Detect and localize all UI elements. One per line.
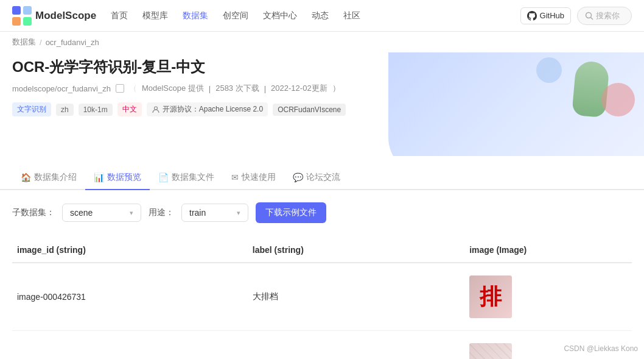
cell-image-id-2: image-000253608: [12, 331, 248, 360]
page-title: OCR-光学字符识别-复旦-中文: [12, 57, 632, 77]
tab-forum-label: 论坛交流: [306, 172, 340, 183]
quickuse-icon: ✉: [231, 172, 239, 182]
watermark: CSDN @Liekkas Kono: [564, 344, 638, 353]
table-row: image-000253608 we: [12, 331, 632, 360]
logo-icon: [12, 6, 32, 26]
tag-size[interactable]: 10k-1m: [79, 104, 113, 116]
tab-preview-label: 数据预览: [107, 172, 141, 183]
nav-links: 首页 模型库 数据集 创空间 文档中心 动态 社区: [111, 10, 520, 21]
svg-rect-1: [23, 6, 32, 15]
col-header-image-id: image_id (string): [12, 238, 248, 263]
github-icon: [527, 11, 537, 21]
hero-meta: modelscope/ocr_fudanvi_zh （ ModelScope 提…: [12, 83, 632, 94]
tab-forum[interactable]: 💬 论坛交流: [284, 166, 349, 190]
hero-tags: 文字识别 zh 10k-1m 中文 开源协议：Apache License 2.…: [12, 102, 632, 116]
tag-scene[interactable]: OCRFudanVIscene: [273, 104, 346, 116]
usage-chevron: ▾: [237, 209, 240, 217]
intro-icon: 🏠: [21, 172, 31, 182]
logo[interactable]: ModelScope: [12, 6, 96, 26]
person-icon: [152, 105, 160, 114]
tab-preview[interactable]: 📊 数据预览: [85, 166, 150, 190]
subset-label: 子数据集：: [12, 207, 55, 218]
nav-link-datasets[interactable]: 数据集: [183, 10, 208, 21]
tag-license: 开源协议：Apache License 2.0: [147, 102, 268, 116]
subset-select[interactable]: scene ▾: [62, 204, 141, 222]
cell-label-1: 大排档: [248, 263, 464, 331]
meta-downloads: 2583 次下载: [215, 83, 259, 94]
preview-icon: 📊: [94, 172, 104, 182]
files-icon: 📄: [158, 172, 169, 182]
thumb-char-1: 排: [480, 282, 502, 312]
tab-files[interactable]: 📄 数据集文件: [150, 166, 223, 190]
hero-content: OCR-光学字符识别-复旦-中文 modelscope/ocr_fudanvi_…: [12, 57, 632, 116]
usage-label: 用途：: [149, 207, 174, 218]
nav-link-models[interactable]: 模型库: [142, 10, 168, 21]
usage-select[interactable]: train ▾: [181, 204, 248, 222]
main-content: 子数据集： scene ▾ 用途： train ▾ 下载示例文件 image_i…: [0, 190, 644, 359]
svg-point-6: [154, 107, 157, 110]
nav-link-news[interactable]: 动态: [312, 10, 329, 21]
navigation: ModelScope 首页 模型库 数据集 创空间 文档中心 动态 社区 Git…: [0, 0, 644, 32]
breadcrumb-datasets[interactable]: 数据集: [12, 37, 36, 48]
meta-divider4: ）: [332, 83, 340, 94]
usage-value: train: [189, 208, 232, 218]
download-button[interactable]: 下载示例文件: [256, 202, 326, 223]
tag-zh[interactable]: zh: [56, 104, 74, 116]
breadcrumb-current: ocr_fudanvi_zh: [46, 38, 99, 47]
tab-files-label: 数据集文件: [172, 172, 214, 183]
tag-text-recognition[interactable]: 文字识别: [12, 102, 51, 116]
filter-row: 子数据集： scene ▾ 用途： train ▾ 下载示例文件: [12, 202, 632, 223]
table-header-row: image_id (string) label (string) image (…: [12, 238, 632, 263]
meta-divider1: （: [129, 83, 137, 94]
nav-link-studio[interactable]: 创空间: [223, 10, 248, 21]
meta-divider3: |: [264, 84, 266, 93]
search-icon: [585, 12, 593, 20]
col-header-label: label (string): [248, 238, 464, 263]
tab-quickuse-label: 快速使用: [242, 172, 276, 183]
cell-image-id-1: image-000426731: [12, 263, 248, 331]
tab-intro-label: 数据集介绍: [34, 172, 77, 183]
thumbnail-1: 排: [469, 275, 512, 318]
subset-value: scene: [70, 208, 125, 218]
github-button[interactable]: GitHub: [520, 7, 571, 24]
nav-link-docs[interactable]: 文档中心: [263, 10, 297, 21]
table-row: image-000426731 大排档 排: [12, 263, 632, 331]
data-table: image_id (string) label (string) image (…: [12, 238, 632, 359]
subset-chevron: ▾: [130, 209, 133, 217]
meta-divider2: |: [209, 84, 211, 93]
cell-label-2: we: [248, 331, 464, 360]
meta-source: ModelScope 提供: [142, 83, 204, 94]
svg-rect-3: [23, 17, 32, 26]
copy-icon[interactable]: [116, 84, 124, 93]
forum-icon: 💬: [293, 172, 303, 182]
meta-path: modelscope/ocr_fudanvi_zh: [12, 84, 111, 93]
col-header-image: image (Image): [464, 238, 632, 263]
svg-point-4: [586, 12, 592, 18]
tab-intro[interactable]: 🏠 数据集介绍: [12, 166, 85, 190]
github-label: GitHub: [540, 11, 564, 20]
breadcrumb-sep: /: [40, 38, 42, 47]
breadcrumb: 数据集 / ocr_fudanvi_zh: [0, 32, 644, 52]
meta-updated: 2022-12-02更新: [271, 83, 327, 94]
tab-quickuse[interactable]: ✉ 快速使用: [223, 166, 284, 190]
svg-rect-2: [12, 17, 21, 26]
svg-line-5: [591, 17, 593, 20]
thumbnail-2: [469, 343, 512, 359]
nav-link-home[interactable]: 首页: [111, 10, 128, 21]
cell-image-1: 排: [464, 263, 632, 331]
tag-chinese[interactable]: 中文: [117, 102, 142, 116]
license-text: 开源协议：Apache License 2.0: [163, 104, 263, 115]
nav-link-community[interactable]: 社区: [343, 10, 360, 21]
tab-bar: 🏠 数据集介绍 📊 数据预览 📄 数据集文件 ✉ 快速使用 💬 论坛交流: [0, 166, 644, 190]
nav-right: GitHub 搜索你: [520, 7, 632, 25]
hero-section: OCR-光学字符识别-复旦-中文 modelscope/ocr_fudanvi_…: [0, 52, 644, 156]
search-box[interactable]: 搜索你: [577, 7, 632, 25]
svg-rect-0: [12, 6, 21, 15]
search-placeholder: 搜索你: [596, 10, 620, 21]
logo-text: ModelScope: [35, 10, 96, 22]
